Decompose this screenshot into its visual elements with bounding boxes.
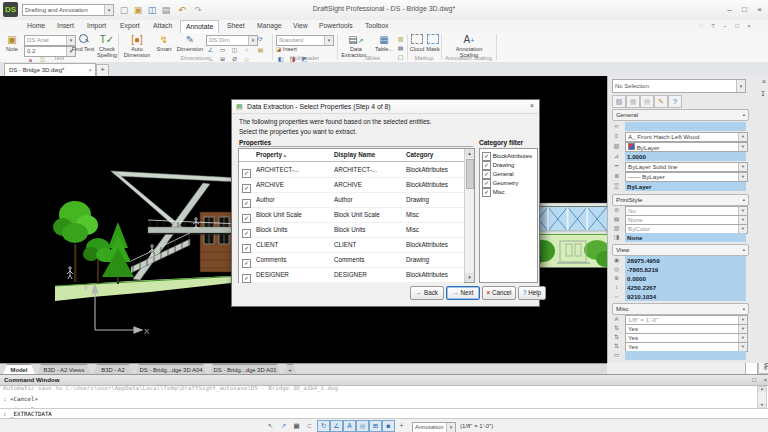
document-tab[interactable]: DS - Bridge 3D.dwg* × — [4, 63, 96, 77]
quick-input-icon[interactable]: ⊞ — [369, 420, 382, 432]
close-document-icon[interactable]: × — [744, 21, 754, 31]
category-filter-item[interactable]: ✓ General — [482, 170, 514, 179]
table-row[interactable]: ✓ DESIGNER DESIGNER BlockAttributes — [239, 267, 464, 283]
column-header-display-name[interactable]: Display Name — [331, 149, 405, 161]
back-button[interactable]: ← Back — [410, 286, 444, 300]
linecolor-combo[interactable]: ByLayer▾ — [625, 142, 748, 152]
customize-icon[interactable]: ✎ — [654, 95, 668, 108]
quick-select-icon[interactable]: ▦ — [626, 95, 640, 108]
close-icon[interactable]: × — [530, 102, 534, 109]
view-height[interactable]: 4250.2267 — [625, 283, 746, 292]
dynamic-input-icon[interactable]: ◎ — [356, 420, 369, 432]
dim-baseline-icon[interactable]: ▭ — [218, 46, 227, 54]
dimension-button[interactable]: ✎ Dimension — [176, 34, 204, 52]
model-space-icon[interactable]: ■ — [382, 420, 395, 432]
tab-powertools[interactable]: Powertools — [314, 20, 358, 32]
multileader-style-combo[interactable]: Standard ▾ — [276, 35, 334, 46]
section-general[interactable]: General ▴ — [612, 109, 749, 121]
select-entities-icon[interactable]: ▧ — [612, 95, 626, 108]
selection-combo[interactable]: No Selection ▾ — [612, 79, 746, 93]
insert-multileader-button[interactable]: ◪ Insert — [276, 46, 297, 52]
view-center-z[interactable]: 0.0000 — [625, 274, 746, 283]
table-row[interactable]: ✓ ARCHIVE ARCHIVE BlockAttributes — [239, 177, 464, 193]
command-scrollbar[interactable]: ▲ ▼ — [757, 386, 767, 409]
section-printstyle[interactable]: PrintStyle ▴ — [612, 194, 749, 206]
find-text-button[interactable]: Find Text — [70, 34, 96, 52]
pin-palette-icon[interactable]: ↧ — [760, 90, 766, 98]
table-export-icon[interactable]: ▤ — [396, 44, 405, 52]
annotation-monitor-icon[interactable]: A — [343, 420, 356, 432]
column-header-property[interactable]: Property ▴ — [253, 149, 332, 161]
help-button[interactable]: ? Help — [518, 286, 546, 300]
tab-sheet[interactable]: Sheet — [222, 20, 250, 32]
tab-view[interactable]: View — [288, 20, 313, 32]
restore-window-icon[interactable]: □ — [732, 21, 742, 31]
polar-icon[interactable]: ∠ — [330, 420, 343, 432]
table-row[interactable]: ✓ ARCHITECT-... ARCHITECT-... BlockAttri… — [239, 162, 464, 178]
category-filter-item[interactable]: ✓ Geometry — [482, 179, 519, 188]
entity-snap-icon[interactable]: ↖ — [265, 421, 276, 431]
font-style-combo[interactable]: DS Arial ▾ — [24, 35, 76, 46]
view-center-x[interactable]: 28975.4959 — [625, 256, 746, 265]
tab-annotate[interactable]: Annotate — [180, 20, 219, 33]
row-checkbox[interactable]: ✓ — [242, 274, 251, 283]
tab-export[interactable]: Export — [115, 20, 145, 32]
dim-continue-icon[interactable]: ◫ — [230, 46, 239, 54]
cancel-button[interactable]: × Cancel — [482, 286, 516, 300]
dim-linear-icon[interactable]: ∠ — [206, 46, 215, 54]
float-panel-icon[interactable]: □ — [752, 375, 756, 385]
scroll-thumb[interactable] — [466, 159, 474, 189]
note-button[interactable]: ▣ Note — [2, 34, 22, 52]
tab-import[interactable]: Import — [82, 20, 111, 32]
copy-properties-icon[interactable]: ▤ — [640, 95, 654, 108]
tab-attach[interactable]: Attach — [148, 20, 177, 32]
add-scale-icon[interactable]: + — [396, 421, 407, 431]
close-palette-icon[interactable]: × — [762, 78, 766, 85]
help-icon[interactable]: ? — [668, 95, 682, 108]
dim-tolerance-icon[interactable]: ⟳ — [256, 35, 265, 43]
dim-edit-icon[interactable]: ▤ — [256, 46, 265, 54]
hyperlink-value[interactable] — [625, 122, 746, 131]
table-row[interactable]: ✓ CLIENT CLIENT BlockAttributes — [239, 237, 464, 253]
linescale-value[interactable]: 1.0000 — [625, 152, 746, 161]
cloud-button[interactable]: Cloud — [409, 34, 425, 52]
column-header-category[interactable]: Category — [403, 149, 464, 161]
table-row[interactable]: ✓ Comments Comments Drawing — [239, 252, 464, 268]
ortho-icon[interactable]: ↻ — [317, 420, 330, 432]
ucs-name-value[interactable] — [625, 351, 746, 360]
dim-radius-icon[interactable]: ○ — [242, 46, 251, 54]
section-view[interactable]: View ▴ — [612, 244, 749, 256]
layer-combo[interactable]: A_ Front Hatch Left Wood▾ — [625, 132, 748, 142]
tab-insert[interactable]: Insert — [52, 20, 79, 32]
snap-icon[interactable]: ⊂ — [304, 421, 315, 431]
scroll-up-icon[interactable]: ▲ — [758, 387, 766, 392]
scroll-up-icon[interactable]: ▲ — [465, 149, 474, 158]
dialog-title-bar[interactable]: ▤ Data Extraction - Select Properties (S… — [232, 100, 539, 114]
minimize-window-icon[interactable]: – — [723, 3, 736, 16]
table-row[interactable]: ✓ Block Unit Scale Block Unit Scale Misc — [239, 207, 464, 223]
dimension-style-combo[interactable]: DS Dim ▾ — [206, 35, 258, 46]
close-tab-icon[interactable]: × — [88, 64, 92, 76]
printstyle-value[interactable]: None — [625, 233, 746, 242]
close-window-icon[interactable]: × — [753, 3, 766, 16]
entity-track-icon[interactable]: ↗ — [278, 421, 289, 431]
tab-home[interactable]: Home — [22, 20, 50, 32]
transparency-value[interactable]: ByLayer — [625, 182, 746, 191]
close-panel-icon[interactable]: × — [763, 375, 767, 385]
table-row[interactable]: ✓ Block Units Block Units Misc — [239, 222, 464, 238]
table-button[interactable]: ▦ Table... — [372, 34, 396, 52]
smart-dimension-button[interactable]: ↯ Smart — [152, 34, 176, 52]
lineweight-combo[interactable]: —— ByLayer▾ — [625, 172, 748, 182]
category-filter-item[interactable]: ✓ Drawing — [482, 161, 514, 170]
grid-icon[interactable]: ▦ — [291, 421, 302, 431]
table-row[interactable]: ✓ Author Author Drawing — [239, 192, 464, 208]
maximize-window-icon[interactable]: □ — [738, 3, 751, 16]
help-icon[interactable]: ? — [708, 21, 718, 31]
annotation-scale-combo[interactable]: Annotation ▾ — [412, 422, 456, 432]
next-button[interactable]: → Next — [446, 286, 480, 300]
section-misc[interactable]: Misc ▴ — [612, 303, 749, 315]
table-edit-icon[interactable]: ▥ — [396, 35, 405, 43]
category-filter-item[interactable]: ✓ BlockAttributes — [482, 152, 532, 161]
table-scrollbar[interactable]: ▲ ▼ — [464, 149, 474, 282]
tab-toolbox[interactable]: Toolbox — [360, 20, 393, 32]
